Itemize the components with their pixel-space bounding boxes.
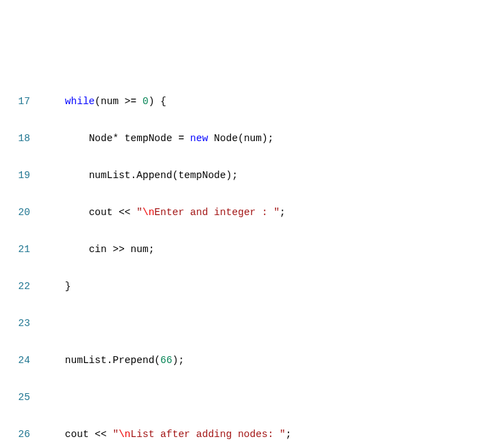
line-number: 17	[0, 92, 30, 111]
code-line: while(num >= 0) {	[41, 92, 496, 111]
line-number: 26	[0, 425, 30, 444]
code-line: cout << "\nList after adding nodes: ";	[41, 425, 496, 444]
line-number: 25	[0, 388, 30, 407]
code-editor: 17 18 19 20 21 22 23 24 25 26 27 28 29 3…	[0, 74, 496, 448]
line-number: 24	[0, 351, 30, 370]
code-line: cin >> num;	[41, 240, 496, 259]
code-area[interactable]: while(num >= 0) { Node* tempNode = new N…	[41, 74, 496, 448]
code-line: }	[41, 277, 496, 296]
number-literal: 66	[160, 355, 172, 366]
code-line: numList.Append(tempNode);	[41, 166, 496, 185]
string-literal: "\nList after adding nodes: "	[112, 429, 285, 440]
code-line: cout << "\nEnter and integer : ";	[41, 203, 496, 222]
line-number: 18	[0, 129, 30, 148]
code-line	[41, 388, 496, 407]
code-line	[41, 314, 496, 333]
code-line: numList.Prepend(66);	[41, 351, 496, 370]
line-number: 22	[0, 277, 30, 296]
line-number-gutter: 17 18 19 20 21 22 23 24 25 26 27 28 29 3…	[0, 74, 41, 448]
line-number: 19	[0, 166, 30, 185]
code-line: Node* tempNode = new Node(num);	[41, 129, 496, 148]
keyword: new	[190, 133, 208, 144]
string-literal: "\nEnter and integer : "	[136, 207, 280, 218]
line-number: 23	[0, 314, 30, 333]
line-number: 21	[0, 240, 30, 259]
number-literal: 0	[142, 96, 149, 107]
line-number: 20	[0, 203, 30, 222]
keyword: while	[65, 96, 95, 107]
